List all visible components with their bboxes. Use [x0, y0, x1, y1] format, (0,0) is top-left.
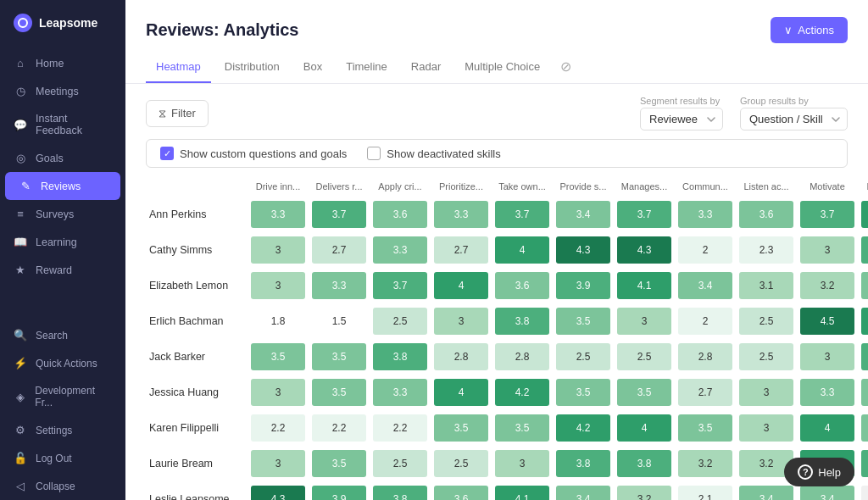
- cell: 3.5: [309, 339, 370, 375]
- cell: 3.5: [675, 410, 736, 446]
- cell: 3.6: [370, 197, 431, 232]
- cell: 3.2: [797, 268, 858, 303]
- cell: 4: [492, 232, 553, 268]
- group-select[interactable]: Question / Skill Category: [740, 108, 848, 131]
- sidebar-label-learning: Learning: [36, 236, 77, 248]
- sidebar-item-search[interactable]: 🔍Search: [0, 321, 125, 349]
- sidebar-item-reward[interactable]: ★Reward: [0, 256, 125, 284]
- custom-questions-checkbox[interactable]: ✓ Show custom questions and goals: [160, 147, 347, 160]
- cell: 3.8: [492, 303, 553, 339]
- cell: 3.5: [614, 375, 675, 410]
- cell: 3.5: [309, 446, 370, 481]
- cell: 2.7: [309, 232, 370, 268]
- col-header-6: Manages...: [614, 176, 675, 197]
- cell: 4: [431, 268, 492, 303]
- cell: 3: [797, 232, 858, 268]
- cell: 4.2: [492, 375, 553, 410]
- cell: 3.8: [370, 339, 431, 375]
- sidebar-item-instant-feedback[interactable]: 💬Instant Feedback: [0, 105, 125, 144]
- cell: 3.8: [614, 446, 675, 481]
- cell: 2.5: [370, 303, 431, 339]
- collapse-icon: ◁: [14, 480, 27, 492]
- cell: 2.7: [431, 232, 492, 268]
- page-header: Reviews: Analytics ∨ Actions: [125, 0, 868, 43]
- cell: 3.8: [858, 446, 868, 481]
- sidebar-label-search: Search: [36, 330, 68, 342]
- tab-multiple-choice[interactable]: Multiple Choice: [454, 52, 550, 83]
- cell: 3: [431, 303, 492, 339]
- cell: 4.2: [553, 410, 614, 446]
- cell: 3.5: [858, 410, 868, 446]
- tab-heatmap[interactable]: Heatmap: [146, 52, 211, 83]
- row-name: Cathy Simms: [146, 232, 248, 268]
- cell: 3.7: [797, 197, 858, 232]
- sidebar-item-reviews[interactable]: ✎Reviews: [5, 172, 120, 200]
- help-button[interactable]: ? Help: [784, 458, 854, 486]
- tab-box[interactable]: Box: [293, 52, 332, 83]
- controls-right: Segment results by Reviewee Reviewer Gro…: [640, 96, 848, 131]
- tab-radar[interactable]: Radar: [401, 52, 451, 83]
- custom-questions-label: Show custom questions and goals: [180, 147, 347, 160]
- cell: 3: [248, 268, 309, 303]
- nav-bottom: 🔍Search⚡Quick Actions◈Development Fr...⚙…: [0, 321, 125, 500]
- cell: 2.2: [248, 410, 309, 446]
- sidebar-label-reviews: Reviews: [41, 181, 81, 192]
- deactivated-skills-label: Show deactivated skills: [387, 147, 500, 160]
- cell: 1.8: [248, 303, 309, 339]
- help-icon: ?: [798, 464, 813, 480]
- sidebar-label-quick-actions: Quick Actions: [36, 358, 97, 369]
- tab-timeline[interactable]: Timeline: [336, 52, 398, 83]
- cell: 3.7: [614, 197, 675, 232]
- cell: 2.8: [431, 339, 492, 375]
- cell: 4.1: [614, 268, 675, 303]
- instant-feedback-icon: 💬: [14, 119, 27, 131]
- segment-label: Segment results by: [640, 96, 723, 106]
- sidebar-item-meetings[interactable]: ◷Meetings: [0, 77, 125, 105]
- sidebar-label-reward: Reward: [36, 264, 72, 276]
- sidebar-item-goals[interactable]: ◎Goals: [0, 144, 125, 172]
- cell: 3: [797, 339, 858, 375]
- help-label: Help: [818, 466, 841, 479]
- sidebar-item-settings[interactable]: ⚙Settings: [0, 416, 125, 444]
- cell: 4.3: [614, 232, 675, 268]
- cell: 3.6: [492, 268, 553, 303]
- sidebar-item-quick-actions[interactable]: ⚡Quick Actions: [0, 349, 125, 377]
- cell: 4: [614, 410, 675, 446]
- cell: 2: [675, 303, 736, 339]
- filter-button[interactable]: ⧖ Filter: [146, 100, 209, 127]
- segment-select[interactable]: Reviewee Reviewer: [640, 108, 723, 131]
- cell: 2.8: [675, 339, 736, 375]
- sidebar-label-home: Home: [36, 58, 64, 69]
- sidebar-item-development[interactable]: ◈Development Fr...: [0, 377, 125, 416]
- sidebar-item-collapse[interactable]: ◁Collapse: [0, 472, 125, 500]
- logo-icon: [14, 14, 32, 32]
- table-row: Jessica Huang33.53.344.23.53.52.733.33.5: [146, 375, 868, 410]
- tab-settings-icon[interactable]: ⊘: [554, 50, 578, 83]
- row-name: Karen Filippelli: [146, 410, 248, 446]
- learning-icon: 📖: [14, 236, 27, 248]
- cell: 2.5: [614, 339, 675, 375]
- cell: 3.6: [736, 197, 797, 232]
- deactivated-skills-checkbox[interactable]: Show deactivated skills: [367, 147, 500, 160]
- sidebar-item-learning[interactable]: 📖Learning: [0, 228, 125, 256]
- actions-label: Actions: [798, 24, 834, 36]
- cell: 3.9: [309, 481, 370, 500]
- filter-label: Filter: [171, 107, 196, 119]
- actions-button[interactable]: ∨ Actions: [771, 17, 848, 43]
- tab-distribution[interactable]: Distribution: [214, 52, 290, 83]
- sidebar-item-surveys[interactable]: ≡Surveys: [0, 200, 125, 228]
- nav-items: ⌂Home◷Meetings💬Instant Feedback◎Goals✎Re…: [0, 49, 125, 284]
- cell: 3.3: [370, 375, 431, 410]
- goals-icon: ◎: [14, 152, 27, 164]
- search-icon: 🔍: [14, 329, 27, 342]
- sidebar-label-logout: Log Out: [36, 453, 72, 464]
- heatmap-table: Drive inn...Delivers r...Apply cri...Pri…: [146, 176, 868, 500]
- cell: 4: [797, 410, 858, 446]
- checkbox-unchecked-icon: [367, 147, 381, 160]
- cell: 1.5: [309, 303, 370, 339]
- cell: 3.3: [675, 197, 736, 232]
- sidebar-item-home[interactable]: ⌂Home: [0, 49, 125, 77]
- cell: 3.2: [614, 481, 675, 500]
- sidebar-item-logout[interactable]: 🔓Log Out: [0, 444, 125, 472]
- cell: 3.6: [431, 481, 492, 500]
